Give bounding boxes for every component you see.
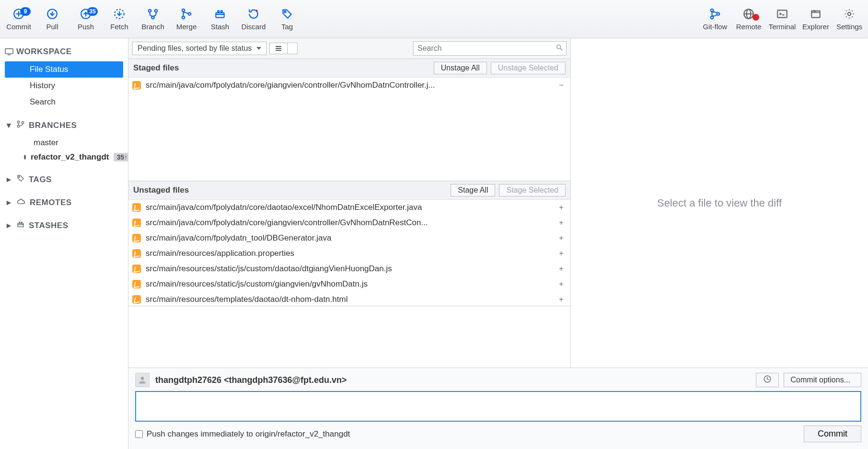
view-dropdown-button[interactable] — [287, 43, 297, 54]
commit-options-dropdown[interactable]: Commit options... — [784, 373, 861, 387]
stash-button[interactable]: Stash — [203, 5, 237, 33]
modified-icon — [132, 219, 141, 227]
unstage-all-button[interactable]: Unstage All — [434, 62, 487, 74]
gear-icon — [843, 7, 856, 21]
unstaged-file-row[interactable]: src/main/resources/static/js/custom/gian… — [128, 276, 570, 292]
diff-panel: Select a file to view the diff — [571, 38, 868, 368]
unstage-file-button[interactable]: − — [556, 80, 567, 91]
svg-point-10 — [155, 10, 157, 12]
modified-icon — [132, 295, 141, 304]
terminal-icon — [775, 7, 789, 21]
push-button[interactable]: 35 Push — [69, 5, 103, 33]
unstaged-file-row[interactable]: src/main/java/com/fpolydatn/core/daotao/… — [128, 200, 570, 215]
stage-file-button[interactable]: + — [556, 233, 567, 243]
search-icon — [556, 44, 563, 53]
tag-glyph-icon — [16, 174, 25, 185]
push-immediately-label: Push changes immediately to origin/refac… — [147, 429, 350, 439]
pull-icon — [46, 7, 59, 21]
unstaged-file-row[interactable]: src/main/resources/templates/daotao/dt-n… — [128, 292, 570, 306]
fetch-icon — [113, 7, 126, 21]
diff-placeholder-text: Select a file to view the diff — [657, 197, 782, 209]
stage-file-button[interactable]: + — [556, 264, 567, 274]
sidebar-item-search[interactable]: Search — [5, 94, 123, 110]
sidebar-item-history[interactable]: History — [5, 78, 123, 94]
commit-button[interactable]: 9 Commit — [2, 5, 35, 33]
stage-file-button[interactable]: + — [556, 294, 567, 305]
explorer-button[interactable]: Explorer — [799, 5, 833, 33]
staged-header: Staged files Unstage All Unstage Selecte… — [128, 59, 570, 78]
stashes-section-header[interactable]: ▸ STASHES — [5, 217, 123, 234]
remotes-section-header[interactable]: ▸ REMOTES — [5, 195, 123, 210]
stage-file-button[interactable]: + — [556, 279, 567, 289]
modified-icon — [132, 81, 141, 90]
branch-button[interactable]: Branch — [136, 5, 170, 33]
tag-icon — [280, 7, 294, 21]
workspace-section-header[interactable]: WORKSPACE — [5, 44, 123, 59]
unstaged-file-row[interactable]: src/main/java/com/fpolydatn/core/giangvi… — [128, 215, 570, 230]
push-immediately-checkbox[interactable] — [135, 430, 143, 438]
commit-history-button[interactable] — [756, 373, 779, 387]
stage-file-button[interactable]: + — [556, 218, 567, 228]
sort-dropdown[interactable]: Pending files, sorted by file status — [132, 42, 266, 55]
stage-selected-button[interactable]: Stage Selected — [499, 184, 566, 196]
modified-icon — [132, 265, 141, 273]
stash-icon — [213, 7, 227, 21]
file-path: src/main/resources/static/js/custom/daot… — [146, 264, 551, 274]
stage-file-button[interactable]: + — [556, 202, 567, 213]
branches-section-header[interactable]: ▾ BRANCHES — [5, 117, 123, 134]
svg-point-14 — [188, 12, 191, 15]
file-path: src/main/java/com/fpolydatn/core/giangvi… — [146, 218, 551, 228]
staged-file-list: src/main/java/com/fpolydatn/core/giangvi… — [128, 78, 570, 181]
staged-file-row[interactable]: src/main/java/com/fpolydatn/core/giangvi… — [128, 78, 570, 93]
remote-button[interactable]: Remote — [732, 5, 765, 33]
svg-point-17 — [218, 11, 219, 12]
workspace-items: File StatusHistorySearch — [5, 61, 123, 110]
unstaged-file-row[interactable]: src/main/resources/application.propertie… — [128, 246, 570, 261]
branch-item[interactable]: refactor_v2_thangdt35↑ — [5, 150, 123, 164]
unstaged-file-row[interactable]: src/main/resources/static/js/custom/daot… — [128, 261, 570, 276]
branch-glyph-icon — [16, 120, 25, 131]
tag-button[interactable]: Tag — [270, 5, 304, 33]
stage-file-button[interactable]: + — [556, 248, 567, 259]
svg-point-18 — [221, 11, 222, 12]
terminal-button[interactable]: Terminal — [765, 5, 799, 33]
remote-alert-badge — [752, 14, 759, 21]
view-list-button[interactable] — [270, 43, 287, 54]
file-path: src/main/java/com/fpolydatn_tool/DBGener… — [146, 233, 551, 243]
commit-submit-button[interactable]: Commit — [804, 426, 861, 442]
svg-point-36 — [19, 176, 20, 177]
unstaged-file-list: src/main/java/com/fpolydatn/core/daotao/… — [128, 200, 570, 306]
gitflow-button[interactable]: Git-flow — [698, 5, 732, 33]
modified-icon — [132, 249, 141, 258]
current-branch-indicator — [24, 155, 26, 160]
branch-item[interactable]: master — [5, 136, 123, 150]
branch-name: refactor_v2_thangdt — [31, 152, 109, 162]
discard-button[interactable]: Discard — [237, 5, 270, 33]
unstaged-file-row[interactable]: src/main/java/com/fpolydatn_tool/DBGener… — [128, 230, 570, 246]
toolbar-left-group: 9 Commit Pull 35 Push Fetch Branch Merge… — [2, 5, 304, 33]
svg-point-21 — [711, 9, 713, 12]
search-input[interactable] — [414, 42, 566, 55]
file-path: src/main/resources/application.propertie… — [146, 249, 551, 258]
commit-message-input[interactable] — [135, 391, 861, 422]
search-input-wrapper — [413, 41, 567, 56]
settings-button[interactable]: Settings — [833, 5, 866, 33]
chevron-right-icon: ▸ — [6, 220, 12, 230]
sidebar-item-file-status[interactable]: File Status — [5, 61, 123, 78]
merge-button[interactable]: Merge — [170, 5, 203, 33]
stage-all-button[interactable]: Stage All — [451, 184, 495, 196]
svg-point-33 — [17, 121, 20, 123]
fetch-button[interactable]: Fetch — [103, 5, 136, 33]
main-toolbar: 9 Commit Pull 35 Push Fetch Branch Merge… — [0, 0, 868, 38]
svg-point-22 — [711, 16, 713, 19]
file-path: src/main/resources/static/js/custom/gian… — [146, 279, 551, 289]
svg-rect-31 — [5, 49, 13, 54]
chevron-right-icon: ▸ — [6, 197, 12, 207]
pull-button[interactable]: Pull — [35, 5, 69, 33]
svg-rect-15 — [216, 13, 224, 18]
unstage-selected-button[interactable]: Unstage Selected — [491, 62, 566, 74]
chevron-down-icon — [256, 47, 261, 50]
svg-point-19 — [255, 10, 257, 12]
stash-glyph-icon — [16, 220, 25, 231]
tags-section-header[interactable]: ▸ TAGS — [5, 171, 123, 188]
